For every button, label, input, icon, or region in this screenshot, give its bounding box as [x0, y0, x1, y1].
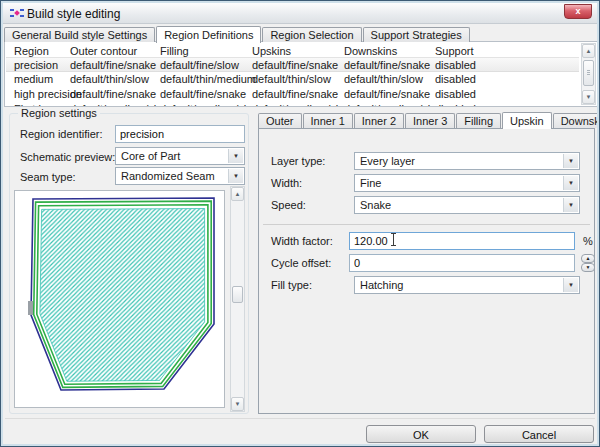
tab-inner-3[interactable]: Inner 3	[405, 113, 455, 128]
cell-outer-contour: default/fine/snake	[70, 88, 156, 100]
chevron-down-icon: ▼	[563, 278, 578, 292]
width-factor-input[interactable]	[349, 232, 575, 250]
scrollbar-thumb[interactable]	[583, 60, 594, 86]
cell-downskins: default/fine/snake	[344, 59, 430, 71]
cell-downskins: default/fine/snake	[344, 88, 430, 100]
tab-downskin[interactable]: Downskin	[553, 113, 600, 128]
region-identifier-input[interactable]	[115, 125, 245, 143]
group-label: Region settings	[18, 107, 100, 119]
col-header-downskins[interactable]: Downskins	[344, 45, 397, 57]
width-factor-unit: %	[583, 235, 593, 247]
col-header-filling[interactable]: Filling	[160, 45, 189, 57]
spin-up-icon[interactable]: ▲	[581, 254, 595, 263]
cycle-offset-input[interactable]	[349, 254, 575, 272]
seam-type-label: Seam type:	[20, 171, 76, 183]
schematic-preview-select[interactable]: Core of Part ▼	[115, 147, 245, 165]
width-select[interactable]: Fine ▼	[354, 174, 580, 192]
cycle-offset-stepper: ▲ ▼	[581, 254, 595, 272]
layer-type-label: Layer type:	[271, 155, 325, 167]
tab-general-build-style-settings[interactable]: General Build style Settings	[4, 27, 155, 42]
tab-region-definitions[interactable]: Region Definitions	[156, 26, 261, 43]
spin-down-icon[interactable]: ▼	[581, 263, 595, 272]
col-header-support[interactable]: Support	[435, 45, 474, 57]
cell-upskins: default/thin/slow	[252, 73, 331, 85]
scroll-down-icon[interactable]: ▼	[231, 397, 244, 411]
speed-label: Speed:	[271, 199, 306, 211]
width-value: Fine	[360, 177, 381, 189]
cell-region: precision	[14, 59, 58, 71]
cell-upskins: default/medium/slow	[252, 103, 352, 107]
upskin-panel: Layer type: Every layer ▼ Width: Fine ▼ …	[258, 128, 595, 414]
cell-filling: default/fine/snake	[160, 88, 246, 100]
tab-upskin[interactable]: Upskin	[502, 112, 552, 129]
fill-type-label: Fill type:	[271, 279, 312, 291]
col-header-upskins[interactable]: Upskins	[252, 45, 291, 57]
ok-button[interactable]: OK	[366, 425, 476, 443]
cell-downskins: default/medium/slow	[344, 103, 444, 107]
cell-filling: default/thin/medium	[160, 73, 256, 85]
col-header-region[interactable]: Region	[14, 45, 49, 57]
region-settings-group: Region settings Region identifier: Schem…	[9, 113, 249, 414]
table-row-medium[interactable]: medium default/thin/slow default/thin/me…	[6, 72, 579, 87]
tab-support-strategies[interactable]: Support Strategies	[363, 27, 470, 42]
tab-region-selection[interactable]: Region Selection	[262, 27, 361, 42]
cell-support: disabled	[435, 88, 476, 100]
cycle-offset-label: Cycle offset:	[271, 257, 331, 269]
cell-region: First layers	[14, 103, 68, 107]
title-bar[interactable]: Build style editing x	[3, 3, 597, 24]
fill-type-value: Hatching	[360, 279, 403, 291]
cell-upskins: default/fine/snake	[252, 59, 338, 71]
col-header-outer-contour[interactable]: Outer contour	[70, 45, 137, 57]
preview-scrollbar[interactable]: ▲ ▼	[230, 186, 245, 412]
width-factor-label: Width factor:	[271, 235, 333, 247]
region-preview-drawing	[15, 191, 224, 407]
scroll-up-icon[interactable]: ▲	[231, 187, 244, 201]
tab-inner-1[interactable]: Inner 1	[303, 113, 353, 128]
build-style-editing-dialog: Build style editing x General Build styl…	[0, 0, 600, 447]
seam-type-select[interactable]: Randomized Seam ▼	[115, 167, 245, 185]
cell-outer-contour: default/fine/snake	[70, 59, 156, 71]
schematic-preview-label: Schematic preview:	[20, 151, 115, 163]
table-row-high-precision[interactable]: high precision default/fine/snake defaul…	[6, 87, 579, 102]
cancel-button[interactable]: Cancel	[484, 425, 594, 443]
region-identifier-label: Region identifier:	[20, 128, 103, 140]
section-divider	[263, 224, 590, 225]
table-row-first-layers[interactable]: First layers default/medium/slow default…	[6, 102, 579, 107]
seam-type-value: Randomized Seam	[121, 170, 215, 182]
tab-inner-2[interactable]: Inner 2	[354, 113, 404, 128]
scroll-down-icon[interactable]: ▼	[582, 90, 595, 104]
fill-type-select[interactable]: Hatching ▼	[354, 276, 580, 294]
cell-support: disabled	[435, 59, 476, 71]
close-button[interactable]: x	[564, 4, 592, 19]
chevron-down-icon: ▼	[563, 176, 578, 190]
seam-marker	[28, 301, 33, 315]
table-scrollbar[interactable]: ▲ ▼	[581, 43, 596, 105]
ibeam-cursor	[390, 233, 397, 246]
tab-outer[interactable]: Outer	[258, 113, 302, 128]
scroll-up-icon[interactable]: ▲	[582, 44, 595, 58]
cell-upskins: default/fine/snake	[252, 88, 338, 100]
window-title: Build style editing	[27, 7, 120, 21]
skin-tab-strip: Outer Inner 1 Inner 2 Inner 3 Filling Up…	[258, 111, 600, 128]
cell-filling: default/fine/slow	[160, 59, 239, 71]
speed-select[interactable]: Snake ▼	[354, 196, 580, 214]
speed-value: Snake	[360, 199, 391, 211]
region-table: Region Outer contour Filling Upskins Dow…	[4, 41, 598, 107]
app-icon	[10, 9, 24, 18]
footer-divider	[5, 418, 595, 419]
cell-support: disabled	[435, 73, 476, 85]
main-tab-strip: General Build style Settings Region Defi…	[4, 25, 471, 42]
scrollbar-thumb[interactable]	[232, 286, 243, 303]
cell-region: medium	[14, 73, 53, 85]
layer-type-value: Every layer	[360, 155, 415, 167]
layer-type-select[interactable]: Every layer ▼	[354, 152, 580, 170]
schematic-preview-canvas[interactable]	[14, 190, 225, 408]
cell-filling: default/medium/slow	[160, 103, 260, 107]
width-label: Width:	[271, 177, 302, 189]
schematic-preview-value: Core of Part	[121, 150, 180, 162]
chevron-down-icon: ▼	[228, 149, 243, 163]
chevron-down-icon: ▼	[563, 198, 578, 212]
tab-filling[interactable]: Filling	[456, 113, 501, 128]
table-row-precision[interactable]: precision default/fine/snake default/fin…	[6, 57, 579, 72]
chevron-down-icon: ▼	[228, 169, 243, 183]
